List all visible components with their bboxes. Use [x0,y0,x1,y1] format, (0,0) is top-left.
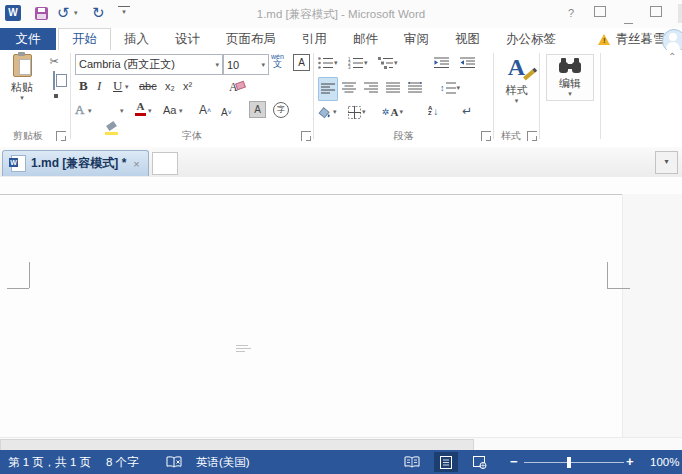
bold-button[interactable]: B [79,77,88,95]
styles-button[interactable]: A 样式 ▾ [496,55,537,104]
zoom-in-button[interactable]: + [626,450,634,474]
text-effects-dropdown-icon[interactable]: ▾ [88,108,92,114]
line-spacing-button[interactable]: ↕ ▾ [440,79,460,97]
tab-mailings[interactable]: 邮件 [340,28,391,50]
borders-button[interactable]: ▾ [348,103,366,121]
font-dialog-launcher-icon[interactable] [301,131,311,141]
phonetic-guide-button[interactable]: wén 文 [271,53,284,69]
tab-insert[interactable]: 插入 [111,28,162,50]
tab-file[interactable]: 文件 [0,28,56,50]
vertical-scrollbar[interactable] [622,194,682,437]
paragraph-dialog-launcher-icon[interactable] [481,131,491,141]
horizontal-scrollbar[interactable] [0,437,682,451]
styles-dropdown-icon[interactable]: ▾ [515,98,519,104]
tab-design[interactable]: 设计 [162,28,213,50]
clear-formatting-button[interactable]: A [229,79,238,97]
save-icon[interactable] [35,7,48,20]
text-highlight-dropdown-icon[interactable]: ▾ [120,108,124,114]
align-left-button[interactable] [318,77,338,101]
font-size-dropdown-icon[interactable]: ▾ [261,62,265,68]
undo-dropdown-icon[interactable]: ▾ [74,9,78,17]
document-tab-close-icon[interactable]: × [133,158,139,170]
underline-button[interactable]: U [113,77,122,95]
zoom-out-button[interactable]: − [510,450,518,474]
grow-font-button[interactable]: A˄ [199,101,211,119]
minimize-button[interactable] [618,4,638,23]
read-mode-button[interactable] [400,452,424,472]
tab-home[interactable]: 开始 [58,28,111,52]
text-effects-button[interactable]: A [75,101,84,119]
styles-dialog-launcher-icon[interactable] [527,131,537,141]
font-name-dropdown-icon[interactable]: ▾ [215,62,219,68]
undo-icon[interactable]: ↺ [57,2,70,24]
help-button[interactable]: ? [562,4,580,23]
paste-clipboard-icon [13,54,32,77]
justify-button[interactable] [386,79,400,97]
quick-access-toolbar-dropdown-icon[interactable]: ▾ [118,6,130,17]
line-spacing-icon [446,82,456,94]
shrink-font-button[interactable]: A˅ [221,103,232,121]
font-size-combo[interactable]: 10 ▾ [223,54,269,75]
change-case-dropdown-icon[interactable]: ▾ [179,108,183,114]
numbering-button[interactable]: 123 ▾ [348,54,368,72]
word-count[interactable]: 8 个字 [106,450,139,474]
font-name-combo[interactable]: Cambria (西文正文) ▾ [75,54,223,75]
asian-layout-button[interactable]: ✲ A ▾ [382,103,403,121]
underline-dropdown-icon[interactable]: ▾ [125,84,129,90]
subscript-button[interactable]: x₂ [165,77,175,95]
editing-button[interactable]: 编辑 ▾ [546,54,594,101]
cut-button[interactable]: ✂ [44,53,64,70]
page-indicator[interactable]: 第 1 页，共 1 页 [8,450,91,474]
character-border-button[interactable]: A [293,54,310,71]
bullets-button[interactable]: ▾ [318,54,338,72]
strikethrough-button[interactable]: abc [139,77,157,95]
align-right-icon [364,82,378,94]
font-color-button[interactable]: A [135,101,146,116]
language-indicator[interactable]: 英语(美国) [196,450,250,474]
clipboard-dialog-launcher-icon[interactable] [56,131,66,141]
paste-button[interactable]: 粘贴 ▾ [4,54,40,101]
increase-indent-button[interactable] [460,54,475,72]
tab-references[interactable]: 引用 [289,28,340,50]
collapse-ribbon-icon[interactable]: ⌃ [668,51,676,62]
superscript-button[interactable]: x² [183,77,192,95]
change-case-button[interactable]: Aa [163,101,176,119]
align-center-button[interactable] [342,79,356,97]
show-hide-marks-button[interactable]: ↵ [462,102,472,120]
proofing-errors-icon[interactable] [166,456,182,470]
sort-button[interactable]: AZ ↓ [428,102,438,120]
tab-bar-dropdown-button[interactable]: ▾ [655,151,678,174]
web-layout-button[interactable] [468,452,492,472]
zoom-slider-track[interactable] [524,462,624,463]
close-button[interactable] [678,4,682,23]
zoom-level[interactable]: 100% [650,450,679,474]
format-painter-button[interactable] [44,94,64,111]
tab-view[interactable]: 视图 [442,28,493,50]
align-right-button[interactable] [364,79,378,97]
document-tab-active[interactable]: 1.md [兼容模式] * × [2,150,149,176]
print-layout-button[interactable] [434,452,458,472]
tab-review[interactable]: 审阅 [391,28,442,50]
tab-page-layout[interactable]: 页面布局 [213,28,289,50]
account-area[interactable]: ! 青丝暮雪 ▾ [598,28,674,50]
maximize-button[interactable] [646,4,666,23]
styles-a-brush-icon: A [508,55,525,79]
decrease-indent-button[interactable] [434,54,449,72]
distributed-button[interactable] [408,79,422,97]
font-color-dropdown-icon[interactable]: ▾ [148,108,152,114]
character-shading-button[interactable]: A [249,101,266,118]
italic-button[interactable]: I [97,77,101,95]
enclose-characters-button[interactable]: 字 [273,102,289,118]
shading-button[interactable]: ▾ [318,103,337,121]
tab-office-tab[interactable]: 办公标签 [493,28,569,50]
editing-dropdown-icon[interactable]: ▾ [568,91,572,97]
new-tab-button[interactable] [152,152,178,175]
multilevel-list-button[interactable]: ▾ [378,54,398,72]
redo-icon[interactable]: ↻ [92,2,105,24]
document-area[interactable] [0,177,682,437]
zoom-slider-thumb[interactable] [567,457,571,468]
paste-dropdown-icon[interactable]: ▾ [20,95,24,101]
copy-button[interactable] [44,73,64,90]
ribbon-display-options-button[interactable] [590,4,610,23]
group-font: Cambria (西文正文) ▾ 10 ▾ wén 文 A B I U ▾ ab… [71,50,313,145]
